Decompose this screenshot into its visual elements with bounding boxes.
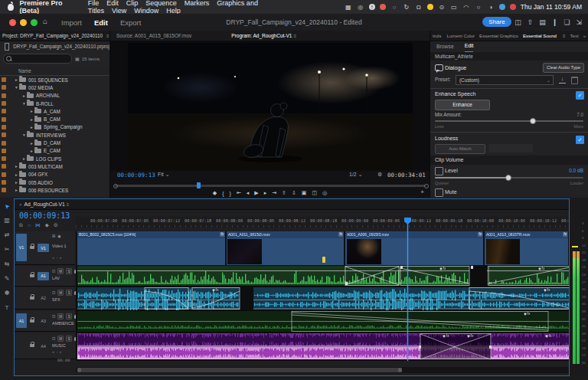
- video-clip[interactable]: A001_A011_0815t3.movfx: [227, 231, 344, 238]
- program-video-frame[interactable]: [128, 43, 413, 170]
- panel-tab-lumetri-color[interactable]: Lumetri Color: [447, 33, 475, 38]
- zoom-window-button[interactable]: [31, 19, 38, 26]
- preset-dropdown[interactable]: (Custom)⌄: [456, 75, 554, 85]
- linked-selection-icon[interactable]: ⋈: [35, 222, 41, 228]
- disclosure-arrow-icon[interactable]: ▸: [14, 77, 19, 82]
- subtab-browse[interactable]: Browse: [436, 44, 454, 49]
- track-target-a3[interactable]: A3: [38, 317, 49, 326]
- source-monitor-tab[interactable]: Source: A001_A015_0815OF.mov: [116, 33, 191, 38]
- mix-amount-slider[interactable]: [435, 120, 583, 122]
- solo-track-button[interactable]: S: [66, 313, 72, 319]
- mute-track-button[interactable]: M: [57, 336, 64, 342]
- source-patch[interactable]: V1: [16, 234, 27, 261]
- level-checkbox[interactable]: [435, 167, 443, 175]
- project-file-row[interactable]: DRYP_Fall_Campaign_v24_20240110.prproj: [0, 41, 109, 51]
- comparison-view-icon[interactable]: ◫: [312, 190, 317, 196]
- bin-row-log-clips[interactable]: ▸LOG CLIPS: [0, 155, 109, 162]
- share-screen-icon[interactable]: ⇧: [528, 18, 534, 26]
- menu-bar-clock[interactable]: Thu Jan 11 10:59 AM: [521, 3, 582, 11]
- enhance-speech-checkbox[interactable]: ✓: [576, 91, 584, 100]
- enhance-button[interactable]: Enhance: [435, 100, 490, 110]
- track-target-a4[interactable]: A4: [38, 342, 49, 350]
- home-icon[interactable]: ⌂: [43, 17, 47, 25]
- mix-amount-slider-knob[interactable]: [530, 118, 536, 124]
- panel-tab-essential-sound[interactable]: Essential Sound: [523, 31, 557, 41]
- camera-icon[interactable]: ◎: [357, 3, 364, 11]
- timeline-tab[interactable]: Ad_RoughCut-V1: [24, 201, 65, 207]
- disclosure-arrow-icon[interactable]: ▸: [14, 180, 19, 185]
- user-icon[interactable]: ◑: [487, 3, 495, 11]
- menu-clip[interactable]: Clip: [126, 0, 139, 7]
- zoom-handle-left[interactable]: [77, 368, 81, 372]
- battery-icon[interactable]: ▭: [450, 3, 458, 11]
- playhead-line[interactable]: [407, 218, 408, 361]
- circle-icon[interactable]: ⊙: [438, 3, 446, 11]
- timeline-horizontal-scrollbar[interactable]: [76, 367, 570, 373]
- microphone-icon[interactable]: ❙: [552, 18, 558, 26]
- track-target-a2[interactable]: A2: [38, 294, 49, 303]
- add-marker-icon[interactable]: ◆: [213, 190, 217, 196]
- slip-tool[interactable]: ⇆: [5, 260, 10, 268]
- mute-track-button[interactable]: M: [57, 313, 64, 319]
- bin-row-003-multicam[interactable]: ▸003 MULTICAM: [0, 162, 109, 170]
- minimize-window-button[interactable]: [20, 19, 27, 26]
- nested-sequence-icon[interactable]: ⧉: [19, 222, 23, 228]
- bin-row-spring-campaign[interactable]: ▸Spring_Campaign: [0, 123, 109, 131]
- backup-icon[interactable]: ↑: [369, 4, 375, 10]
- scrubber-playhead[interactable]: [197, 182, 201, 188]
- type-tool[interactable]: T: [5, 304, 9, 312]
- clip-marker-yellow[interactable]: [322, 257, 325, 263]
- close-icon[interactable]: ×: [19, 202, 22, 207]
- menu-file[interactable]: File: [88, 0, 100, 7]
- zoom-handle-right[interactable]: [398, 368, 402, 372]
- sync-icon[interactable]: ↻: [403, 3, 410, 11]
- track-header-a4[interactable]: A4⊡MSMUSIC◂ ▫ ▸: [15, 333, 75, 359]
- panel-menu-icon[interactable]: ≡: [67, 202, 70, 207]
- headphones-icon[interactable]: Ω: [415, 3, 423, 11]
- lock-icon[interactable]: [30, 296, 34, 300]
- disclosure-arrow-icon[interactable]: ▸: [21, 156, 27, 161]
- step-forward-icon[interactable]: ▸: [264, 190, 267, 196]
- play-icon[interactable]: ▶: [254, 190, 258, 196]
- disclosure-arrow-icon[interactable]: ▸: [14, 172, 19, 177]
- bin-row-archival[interactable]: ▸ARCHIVAL: [0, 92, 109, 100]
- panel-tab-text[interactable]: Text: [570, 33, 578, 38]
- source-patch[interactable]: A1: [16, 313, 27, 328]
- mark-in-icon[interactable]: {: [222, 191, 224, 196]
- disclosure-arrow-icon[interactable]: ▸: [29, 117, 34, 122]
- menu-edit[interactable]: Edit: [106, 0, 119, 7]
- mute-track-button[interactable]: M: [57, 268, 64, 274]
- timeline-timecode[interactable]: 00:00:09:13: [19, 211, 70, 220]
- level-slider-knob[interactable]: [505, 175, 511, 181]
- bin-row-004-gfx[interactable]: ▸004 GFX: [0, 171, 109, 179]
- clear-audio-type-button[interactable]: Clear Audio Type: [543, 63, 584, 73]
- disclosure-arrow-icon[interactable]: ▸: [29, 141, 34, 146]
- track-header-v1[interactable]: V1V1⊞◉Video 1◂ ▫ ▸: [15, 231, 75, 265]
- display-icon[interactable]: ○: [390, 3, 398, 11]
- close-window-button[interactable]: [9, 19, 16, 26]
- blue-status-icon[interactable]: [499, 4, 505, 10]
- panel-tab-essential-graphics[interactable]: Essential Graphics: [479, 33, 518, 38]
- keyframe-nav[interactable]: ◂ ▫ ▸: [52, 350, 63, 354]
- panel-menu-icon[interactable]: ≡: [293, 34, 296, 38]
- solo-track-button[interactable]: S: [66, 336, 72, 342]
- tab-edit[interactable]: Edit: [94, 18, 108, 27]
- program-monitor-tab[interactable]: Program: Ad_RoughCut-V1: [231, 31, 292, 41]
- timeline-settings-icon[interactable]: ⚙: [54, 222, 58, 228]
- bin-row-interviews[interactable]: ▾INTERVIEWS: [0, 131, 109, 139]
- bin-filter-icon[interactable]: ▦: [75, 56, 80, 61]
- grid-icon[interactable]: ▦: [345, 3, 352, 11]
- track-select-tool[interactable]: ▥: [4, 217, 10, 224]
- record-icon[interactable]: [380, 4, 386, 10]
- delete-preset-icon[interactable]: [571, 77, 578, 84]
- bin-row-002-media[interactable]: ▾002 MEDIA: [0, 84, 109, 91]
- hand-tool[interactable]: ✽: [5, 290, 10, 297]
- project-tab[interactable]: Project: DRYP_Fall_Campaign_v24_20240110: [0, 31, 105, 41]
- wifi-icon[interactable]: ◠: [462, 3, 470, 11]
- tab-export[interactable]: Export: [120, 18, 141, 27]
- mute-checkbox[interactable]: [435, 188, 443, 197]
- extract-icon[interactable]: ⇩: [292, 190, 296, 196]
- auto-match-button[interactable]: Auto-Match: [435, 144, 485, 154]
- video-clip[interactable]: A001_A006_0915f3.movfx: [345, 231, 483, 238]
- timeline-ruler[interactable]: 00:00:07:0000:00:07:0600:00:07:1200:00:0…: [76, 217, 570, 228]
